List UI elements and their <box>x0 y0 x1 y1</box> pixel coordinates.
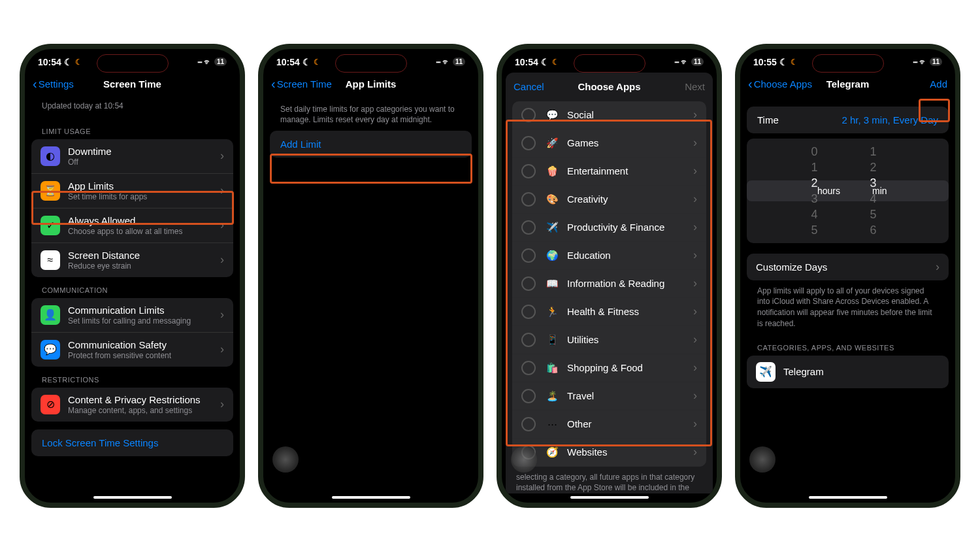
moon-icon: ☾ <box>552 58 559 67</box>
category-row[interactable]: 🎨Creativity› <box>512 186 706 214</box>
dynamic-island <box>574 54 645 73</box>
category-icon: 📖 <box>545 278 559 290</box>
category-row[interactable]: 💬Social› <box>512 101 706 129</box>
category-row[interactable]: 🌍Education› <box>512 242 706 270</box>
chevron-right-icon: › <box>220 342 224 356</box>
downtime-row[interactable]: ◐ DowntimeOff › <box>31 139 233 174</box>
assistive-touch[interactable] <box>272 446 299 473</box>
distance-icon: ≈ <box>41 250 60 270</box>
home-indicator[interactable] <box>570 496 649 499</box>
radio-icon[interactable] <box>521 333 536 347</box>
category-icon: ⋯ <box>545 418 559 430</box>
hourglass-icon: ⏳ <box>41 181 60 201</box>
category-name: Shopping & Food <box>567 362 693 373</box>
chevron-right-icon: › <box>936 260 939 274</box>
content-privacy-row[interactable]: ⊘ Content & Privacy RestrictionsManage c… <box>31 388 233 422</box>
picker-min-value[interactable]: 6 <box>870 222 876 238</box>
category-row[interactable]: 🧭Websites› <box>512 439 706 467</box>
category-row[interactable]: ✈️Productivity & Finance› <box>512 214 706 242</box>
radio-icon[interactable] <box>521 164 536 178</box>
chevron-left-icon: ‹ <box>271 76 276 92</box>
modal-title: Choose Apps <box>578 81 640 92</box>
chat-icon: 💬 <box>41 340 60 359</box>
category-name: Health & Fitness <box>567 306 693 317</box>
radio-icon[interactable] <box>521 305 536 319</box>
picker-min-value[interactable]: 5 <box>870 207 876 222</box>
updated-text: Updated today at 10:54 <box>31 99 233 118</box>
radio-icon[interactable] <box>521 361 536 375</box>
category-row[interactable]: 📱Utilities› <box>512 326 706 354</box>
add-limit-button[interactable]: Add Limit <box>270 131 472 158</box>
category-icon: 🧭 <box>545 446 559 458</box>
chevron-right-icon: › <box>693 361 697 375</box>
category-icon: 💬 <box>545 109 559 121</box>
back-button[interactable]: ‹Choose Apps <box>748 76 812 92</box>
category-row[interactable]: ⋯Other› <box>512 410 706 439</box>
category-row[interactable]: 🛍️Shopping & Food› <box>512 354 706 382</box>
category-row[interactable]: 📖Information & Reading› <box>512 270 706 298</box>
telegram-app-row[interactable]: ✈️ Telegram <box>747 356 949 388</box>
screen-distance-row[interactable]: ≈ Screen DistanceReduce eye strain › <box>31 243 233 277</box>
no-entry-icon: ⊘ <box>41 395 60 414</box>
picker-hour-value[interactable]: 0 <box>811 144 817 159</box>
chevron-right-icon: › <box>693 136 697 150</box>
always-allowed-row[interactable]: ✓ Always AllowedChoose apps to allow at … <box>31 209 233 243</box>
radio-icon[interactable] <box>521 417 536 431</box>
next-button[interactable]: Next <box>685 81 705 92</box>
chevron-right-icon: › <box>693 192 697 206</box>
phone-set-limit: 10:55 ☾☾ ⋯ ᯤ11 ‹Choose Apps Telegram Add… <box>735 44 960 508</box>
lock-screen-time-button[interactable]: Lock Screen Time Settings <box>31 429 233 456</box>
picker-hour-value[interactable]: 4 <box>811 207 817 222</box>
time-row[interactable]: Time 2 hr, 3 min, Every Day <box>747 107 949 133</box>
section-categories: CATEGORIES, APPS, AND WEBSITES <box>747 335 949 356</box>
chevron-right-icon: › <box>693 248 697 262</box>
status-time: 10:55 <box>753 57 777 67</box>
category-icon: ✈️ <box>545 222 559 233</box>
picker-hour-value[interactable]: 5 <box>811 222 817 238</box>
battery-level: 11 <box>453 58 465 66</box>
back-button[interactable]: ‹Screen Time <box>271 76 332 92</box>
chevron-left-icon: ‹ <box>33 76 37 92</box>
assistive-touch[interactable] <box>511 446 537 473</box>
radio-icon[interactable] <box>521 220 536 235</box>
picker-min-value[interactable]: 2 <box>870 159 876 175</box>
radio-icon[interactable] <box>521 136 536 150</box>
category-name: Travel <box>567 390 693 401</box>
radio-icon[interactable] <box>521 389 536 403</box>
home-indicator[interactable] <box>93 496 172 499</box>
section-restrictions: RESTRICTIONS <box>31 367 233 388</box>
home-indicator[interactable] <box>332 496 410 499</box>
section-communication: COMMUNICATION <box>31 277 233 298</box>
category-row[interactable]: 🍿Entertainment› <box>512 158 706 186</box>
phone-screen-time: 10:54 ☾☾ ⋯ ᯤ11 ‹Settings Screen Time Upd… <box>20 44 245 508</box>
radio-icon[interactable] <box>521 276 536 291</box>
assistive-touch[interactable] <box>749 446 776 473</box>
category-row[interactable]: 🏃Health & Fitness› <box>512 298 706 326</box>
time-picker[interactable]: 012345 123456 hours min <box>747 139 949 243</box>
category-icon: 🎨 <box>545 193 559 205</box>
categories-list[interactable]: 💬Social›🚀Games›🍿Entertainment›🎨Creativit… <box>512 101 706 467</box>
category-name: Creativity <box>567 193 693 205</box>
comm-safety-row[interactable]: 💬 Communication SafetyProtect from sensi… <box>31 333 233 367</box>
radio-icon[interactable] <box>521 248 536 263</box>
person-icon: 👤 <box>41 305 60 325</box>
back-button[interactable]: ‹Settings <box>33 76 74 92</box>
nav-bar: ‹Screen Time App Limits <box>263 70 478 99</box>
category-row[interactable]: 🚀Games› <box>512 129 706 158</box>
chevron-right-icon: › <box>693 108 697 122</box>
app-limits-row[interactable]: ⏳ App LimitsSet time limits for apps › <box>31 174 233 209</box>
category-row[interactable]: 🏝️Travel› <box>512 382 706 410</box>
picker-hour-value[interactable]: 1 <box>811 159 817 175</box>
customize-days-row[interactable]: Customize Days › <box>747 254 949 280</box>
chevron-right-icon: › <box>220 308 224 322</box>
picker-min-value[interactable]: 1 <box>870 144 876 159</box>
home-indicator[interactable] <box>809 496 887 499</box>
radio-icon[interactable] <box>521 192 536 207</box>
add-button[interactable]: Add <box>930 78 947 90</box>
radio-icon[interactable] <box>521 108 536 122</box>
comm-limits-row[interactable]: 👤 Communication LimitsSet limits for cal… <box>31 298 233 333</box>
category-name: Education <box>567 250 693 261</box>
battery-level: 11 <box>930 58 942 66</box>
cancel-button[interactable]: Cancel <box>514 81 544 92</box>
category-name: Other <box>567 418 693 429</box>
